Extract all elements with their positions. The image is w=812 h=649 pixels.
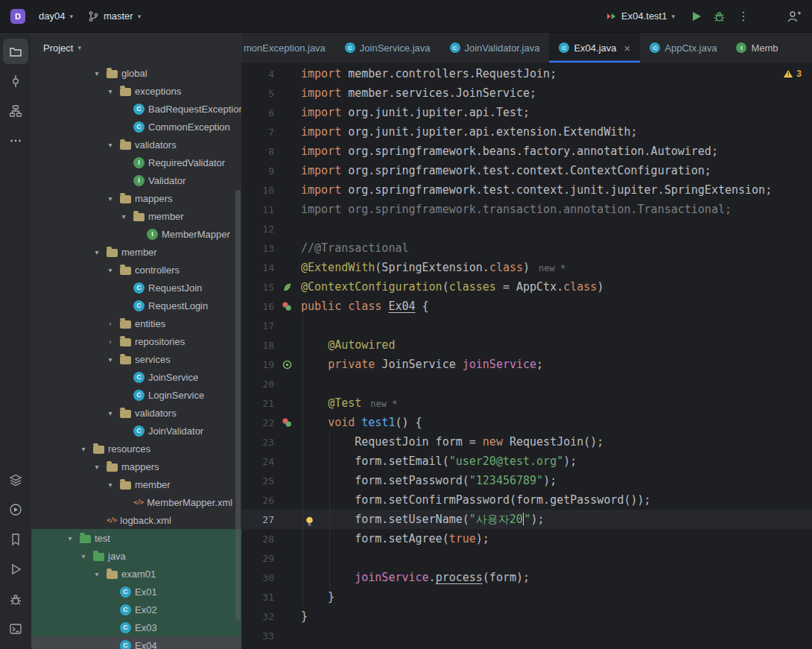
code-text[interactable]: joinService.process(form); [299,571,812,584]
code-line-30[interactable]: 30 joinService.process(form); [241,568,812,587]
code-text[interactable]: @ExtendWith(SpringExtension.class)new * [299,261,812,274]
code-text[interactable]: import org.junit.jupiter.api.extension.E… [299,125,812,139]
line-number[interactable]: 5 [241,88,274,99]
tab-memb[interactable]: IMemb [726,33,787,63]
code-line-16[interactable]: 16public class Ex04 { [241,297,812,316]
commit-tool-button[interactable] [3,69,28,94]
tree-item-joinvalidator[interactable]: CJoinValidator [31,422,241,440]
tab-close-icon[interactable]: × [624,42,631,54]
tab-monexception-java[interactable]: monException.java [241,33,335,63]
inspection-widget[interactable]: 3 [784,69,802,79]
tree-item-membermapper-xml[interactable]: </>MemberMapper.xml [31,493,241,511]
tree-item-test[interactable]: ▾test [31,529,241,547]
line-number[interactable]: 26 [241,495,274,506]
intention-bulb-icon[interactable] [305,516,314,527]
code-line-22[interactable]: 22 void test1() { [241,413,812,432]
line-number[interactable]: 32 [241,611,274,622]
chevron-down-icon[interactable]: ▾ [91,248,103,256]
chevron-down-icon[interactable]: ▾ [104,194,116,203]
line-number[interactable]: 18 [241,340,274,351]
code-line-23[interactable]: 23 RequestJoin form = new RequestJoin(); [241,432,812,452]
run-tool-button[interactable] [3,557,28,582]
scrollbar-thumb[interactable] [235,190,241,621]
chevron-down-icon[interactable]: ▾ [104,141,116,149]
chevron-down-icon[interactable]: ▾ [91,69,103,77]
code-text[interactable]: @ContextConfiguration(classes = AppCtx.c… [299,280,812,294]
run-config-selector[interactable]: Ex04.test1 ▾ [600,7,681,25]
code-line-25[interactable]: 25 form.setPassword("123456789"); [241,471,812,490]
spring-leaf-gutter-icon[interactable] [282,282,292,292]
editor[interactable]: 4import member.controllers.RequestJoin;5… [241,63,812,649]
code-text[interactable]: } [299,590,812,604]
line-number[interactable]: 9 [241,165,274,177]
code-text[interactable]: import org.springframework.beans.factory… [299,145,812,158]
code-line-19[interactable]: 19 private JoinService joinService; [241,355,812,374]
line-number[interactable]: 6 [241,107,274,118]
code-text[interactable]: form.setPassword("123456789"); [299,474,812,487]
tree-item-ex01[interactable]: CEx01 [31,583,241,601]
services-tool-button[interactable] [3,467,28,493]
code-text[interactable]: private JoinService joinService; [299,358,812,371]
line-number[interactable]: 7 [241,127,274,138]
line-number[interactable]: 10 [241,185,274,196]
run-test-gutter-icon[interactable] [282,417,292,428]
tree-item-exam01[interactable]: ▾exam01 [31,565,241,583]
tree-item-repositories[interactable]: ›repositories [31,332,241,350]
code-line-29[interactable]: 29 [241,548,812,568]
code-text[interactable]: RequestJoin form = new RequestJoin(); [299,435,812,449]
tree-item-ex04[interactable]: CEx04 [31,636,241,649]
tree-item-controllers[interactable]: ▾controllers [31,261,241,279]
code-text[interactable]: @Testnew * [299,396,812,410]
chevron-down-icon[interactable]: ▾ [77,445,89,453]
code-line-27[interactable]: 27 form.setUserName("사용자20"); [241,510,812,529]
chevron-down-icon[interactable]: ▾ [64,534,76,542]
debug-button[interactable] [713,10,726,22]
code-line-26[interactable]: 26 form.setConfirmPassword(form.getPassw… [241,490,812,510]
collaborate-button[interactable] [787,10,802,23]
chevron-down-icon[interactable]: ▾ [104,409,116,417]
line-number[interactable]: 31 [241,592,274,603]
code-line-18[interactable]: 18 @Autowired [241,335,812,355]
spring-bean-gutter-icon[interactable] [282,360,292,370]
code-text[interactable]: import org.springframework.transaction.a… [299,203,812,216]
tree-item-logback-xml[interactable]: </>logback.xml [31,511,241,529]
code-line-11[interactable]: 11import org.springframework.transaction… [241,200,812,219]
tree-item-exceptions[interactable]: ▾exceptions [31,82,241,100]
code-line-15[interactable]: 15@ContextConfiguration(classes = AppCtx… [241,277,812,297]
debug-tool-button[interactable] [3,586,28,612]
chevron-down-icon[interactable]: ▾ [104,355,116,364]
tab-ex04-java[interactable]: CEx04.java× [549,33,640,63]
project-switcher[interactable]: day04 ▾ [33,7,79,25]
line-number[interactable]: 12 [241,224,274,235]
code-text[interactable]: public class Ex04 { [299,300,812,313]
code-text[interactable]: import org.junit.jupiter.api.Test; [299,106,812,119]
line-number[interactable]: 17 [241,320,274,332]
tree-item-member[interactable]: ▾member [31,207,241,225]
code-line-6[interactable]: 6import org.junit.jupiter.api.Test; [241,103,812,122]
bookmarks-tool-button[interactable] [3,527,28,552]
tree-item-resources[interactable]: ▾resources [31,440,241,458]
tree-item-requiredvalidator[interactable]: IRequiredValidator [31,153,241,171]
code-text[interactable]: //@Transactional [299,241,812,255]
chevron-down-icon[interactable]: ▾ [104,266,116,274]
code-text[interactable]: form.setUserName("사용자20"); [299,513,812,527]
code-line-28[interactable]: 28 form.setAgree(true); [241,529,812,548]
branch-switcher[interactable]: master ▾ [82,7,147,25]
code-line-8[interactable]: 8import org.springframework.beans.factor… [241,142,812,161]
tree-item-ex02[interactable]: CEx02 [31,601,241,618]
project-panel-header[interactable]: Project ▾ [31,33,241,63]
tree-item-validator[interactable]: IValidator [31,171,241,189]
code-line-32[interactable]: 32} [241,607,812,626]
more-actions-button[interactable]: ⋮ [738,10,749,22]
tree-item-requestlogin[interactable]: CRequestLogin [31,297,241,314]
tree-item-commonexception[interactable]: CCommonException [31,118,241,136]
line-number[interactable]: 11 [241,204,274,215]
tree-item-loginservice[interactable]: CLoginService [31,386,241,404]
tree-item-member[interactable]: ▾member [31,243,241,261]
code-text[interactable]: form.setConfirmPassword(form.getPassword… [299,493,812,507]
line-number[interactable]: 20 [241,379,274,390]
code-text[interactable]: } [299,610,812,623]
code-line-21[interactable]: 21 @Testnew * [241,393,812,413]
tab-appctx-java[interactable]: CAppCtx.java [640,33,726,63]
run-test-gutter-icon[interactable] [282,301,292,311]
